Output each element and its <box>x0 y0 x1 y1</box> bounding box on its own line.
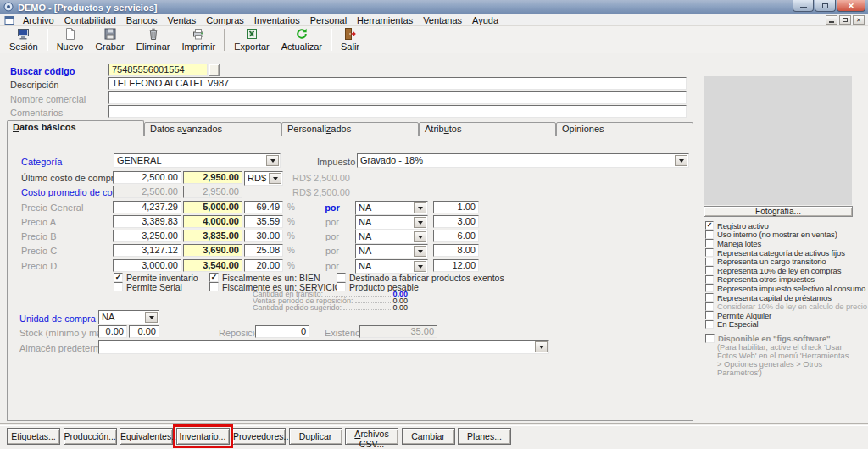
tab-atributos[interactable]: Atributos <box>419 122 556 136</box>
price-base-field[interactable]: 3,389.83 <box>113 215 181 228</box>
price-unit-combo[interactable]: NA <box>355 259 428 274</box>
chevron-down-icon[interactable] <box>414 202 426 213</box>
permite-serial-checkbox[interactable]: Permite Serial <box>114 282 182 291</box>
duplicar-button[interactable]: Duplicar <box>289 428 342 445</box>
cost-final-field[interactable]: 2,950.00 <box>183 171 242 184</box>
salir-button[interactable]: Salir <box>335 26 365 53</box>
option-representa-capital-de-prestamos-checkbox[interactable]: Representa capital de préstamos <box>705 293 866 302</box>
tab-datos-avanzados[interactable]: Datos avanzados <box>144 122 281 136</box>
tab-opiniones[interactable]: Opiniones <box>556 122 693 136</box>
chevron-down-icon[interactable] <box>414 231 426 242</box>
menu-ventanas[interactable]: Ventanas <box>418 15 467 25</box>
chevron-down-icon[interactable] <box>145 312 158 323</box>
mdi-close-button[interactable]: ✕ <box>853 15 865 25</box>
option-maneja-lotes-checkbox[interactable]: Maneja lotes <box>705 239 866 248</box>
price-base-field[interactable]: 3,000.00 <box>113 259 181 272</box>
price-base-field[interactable]: 4,237.29 <box>113 201 181 213</box>
menu-bancos[interactable]: Bancos <box>121 15 163 25</box>
eliminar-button[interactable]: Eliminar <box>131 26 176 53</box>
destinado-a-fabricar-productos-exentos-checkbox[interactable]: Destinado a fabricar productos exentos <box>337 273 504 282</box>
sesion-button[interactable]: Sesión <box>3 26 44 53</box>
comentarios-input[interactable] <box>108 105 687 118</box>
chevron-down-icon[interactable] <box>414 246 426 257</box>
price-unit-combo[interactable]: NA <box>355 201 428 215</box>
chevron-down-icon[interactable] <box>414 261 426 272</box>
menu-compras[interactable]: Compras <box>201 15 249 25</box>
imprimir-button[interactable]: Imprimir <box>175 26 221 53</box>
option-representa-10-de-ley-en-compras-checkbox[interactable]: Representa 10% de ley en compras <box>705 266 866 275</box>
price-final-field[interactable]: 3,690.00 <box>183 244 242 257</box>
price-base-field[interactable]: 3,127.12 <box>113 244 181 257</box>
actualizar-button[interactable]: Actualizar <box>275 26 328 53</box>
cambiar-button[interactable]: Cambiar <box>402 428 455 445</box>
nuevo-button[interactable]: Nuevo <box>51 26 90 53</box>
price-qty-field[interactable]: 1.00 <box>433 201 479 213</box>
nombre-comercial-input[interactable] <box>108 91 687 104</box>
etiquetas-button[interactable]: Etiquetas... <box>7 428 60 445</box>
menu-herramientas[interactable]: Herramientas <box>352 15 418 25</box>
chevron-down-icon[interactable] <box>535 341 548 352</box>
unidad-compra-combo[interactable]: NA <box>98 310 159 324</box>
option-considerar-10-de-ley-en-calculo-de-precio-checkbox[interactable]: Considerar 10% de ley en calculo de prec… <box>705 302 866 311</box>
stock-min-input[interactable]: 0.00 <box>98 325 127 338</box>
option-registro-activo-checkbox[interactable]: ✓Registro activo <box>705 221 866 230</box>
option-representa-otros-impuestos-checkbox[interactable]: Representa otros impuestos <box>705 275 866 285</box>
price-unit-combo[interactable]: NA <box>355 244 428 258</box>
price-percent-field[interactable]: 20.00 <box>244 259 283 272</box>
mdi-restore-button[interactable] <box>839 15 851 25</box>
exportar-button[interactable]: Exportar <box>228 26 275 53</box>
option-permite-alquiler-checkbox[interactable]: Permite Alquiler <box>705 311 866 320</box>
menu-ayuda[interactable]: Ayuda <box>467 15 504 25</box>
price-final-field[interactable]: 3,540.00 <box>183 259 242 272</box>
price-qty-field[interactable]: 6.00 <box>433 230 479 242</box>
produccion-button[interactable]: Producción... <box>64 428 117 445</box>
reposicion-input[interactable]: 0 <box>255 325 309 338</box>
chevron-down-icon[interactable] <box>269 173 281 184</box>
price-percent-field[interactable]: 25.08 <box>244 244 283 257</box>
buscar-codigo-input[interactable]: 75485556001554 <box>108 64 208 76</box>
menu-ventas[interactable]: Ventas <box>163 15 202 25</box>
price-percent-field[interactable]: 69.49 <box>244 201 283 213</box>
grabar-button[interactable]: Grabar <box>89 26 130 53</box>
fiscalmente-es-un-bien-checkbox[interactable]: ✓Fiscalmente es un: BIEN <box>209 273 320 282</box>
chevron-down-icon[interactable] <box>414 217 426 228</box>
fotografia-button[interactable]: Fotografía... <box>704 206 853 217</box>
buscar-codigo-browse-button[interactable] <box>209 64 220 76</box>
cost-base-field[interactable]: 2,500.00 <box>113 171 181 184</box>
price-unit-combo[interactable]: NA <box>355 215 428 230</box>
disponible-figs-software-checkbox[interactable]: Disponible en "figs.software" <box>705 334 831 343</box>
almacen-combo[interactable] <box>98 340 549 354</box>
option-uso-interno-no-mostrar-en-ventas-checkbox[interactable]: Uso interno (no mostrar en ventas) <box>705 230 866 240</box>
stock-max-input[interactable]: 0.00 <box>129 325 159 338</box>
menu-personal[interactable]: Personal <box>305 15 352 25</box>
option-representa-impuesto-selectivo-al-consumo-checkbox[interactable]: Representa impuesto selectivo al consumo <box>705 284 866 293</box>
tab-personalizados[interactable]: Personalizados <box>281 122 419 136</box>
option-en-especial-checkbox[interactable]: En Especial <box>705 320 866 330</box>
equivalentes-button[interactable]: Equivalentes... <box>120 428 173 445</box>
price-qty-field[interactable]: 12.00 <box>433 259 479 272</box>
option-representa-categoria-de-activos-fijos-checkbox[interactable]: Representa categoría de activos fijos <box>705 248 866 258</box>
menu-inventarios[interactable]: Inventarios <box>249 15 305 25</box>
price-percent-field[interactable]: 35.59 <box>244 215 283 228</box>
tab-datos-basicos[interactable]: Datos básicos <box>7 120 144 136</box>
restore-button[interactable] <box>815 0 836 12</box>
price-unit-combo[interactable]: NA <box>355 230 428 244</box>
option-representa-un-cargo-transitorio-checkbox[interactable]: Representa un cargo transitorio <box>705 257 866 266</box>
price-base-field[interactable]: 3,250.00 <box>113 230 181 242</box>
price-final-field[interactable]: 3,835.00 <box>183 230 242 242</box>
close-button[interactable]: ✕ <box>837 0 865 12</box>
price-qty-field[interactable]: 8.00 <box>433 244 479 257</box>
price-percent-field[interactable]: 30.00 <box>244 230 283 242</box>
permite-inventario-checkbox[interactable]: ✓Permite inventario <box>114 273 198 282</box>
menu-archivo[interactable]: Archivo <box>18 15 59 25</box>
planes-button[interactable]: Planes... <box>458 428 511 445</box>
price-final-field[interactable]: 4,000.00 <box>183 215 242 228</box>
descripcion-input[interactable]: TELEFONO ALCATEL V987 <box>108 77 687 90</box>
mdi-minimize-button[interactable] <box>826 15 837 25</box>
price-final-field[interactable]: 5,000.00 <box>183 201 242 213</box>
price-qty-field[interactable]: 3.00 <box>433 215 479 228</box>
mdi-window-icon[interactable] <box>4 15 14 25</box>
proveedores-button[interactable]: Proveedores... <box>232 428 286 445</box>
minimize-button[interactable] <box>793 0 814 12</box>
menu-contabilidad[interactable]: Contabilidad <box>59 15 121 25</box>
